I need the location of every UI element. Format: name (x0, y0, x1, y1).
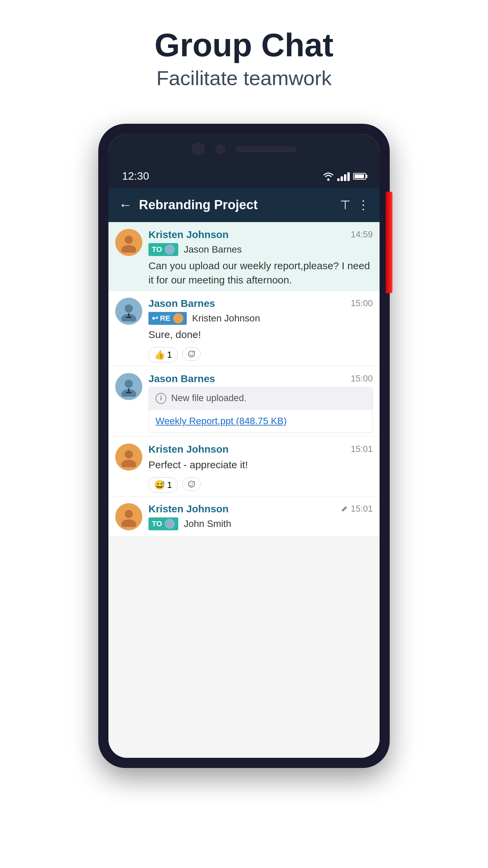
message-3-content: Jason Barnes 15:00 i New file uploaded. … (148, 373, 373, 433)
svg-point-1 (125, 236, 133, 244)
message-text-1: Can you upload our weekly report,please?… (148, 259, 373, 287)
page-subtitle: Facilitate teamwork (155, 66, 333, 90)
message-1-header: Kristen Johnson 14:59 (148, 229, 373, 240)
svg-point-20 (192, 483, 193, 484)
sender-name-5: Kristen Johnson (148, 503, 229, 515)
sender-name-1: Kristen Johnson (148, 229, 229, 240)
message-1-content: Kristen Johnson 14:59 TO Jason Barnes Ca… (148, 229, 373, 287)
to-line-1: TO Jason Barnes (148, 243, 373, 256)
to-badge-5: TO (148, 517, 178, 530)
message-2: Jason Barnes 15:00 ↩ RE Kristen Johnson … (108, 291, 380, 366)
signal-icon (337, 172, 350, 181)
reaction-emoji-1: 👍 (154, 350, 165, 360)
chat-area: Kristen Johnson 14:59 TO Jason Barnes Ca… (108, 222, 380, 758)
to-badge-1: TO (148, 243, 178, 256)
reactions-4: 😅 1 (148, 477, 373, 493)
message-time-1: 14:59 (351, 229, 373, 240)
reaction-sweat[interactable]: 😅 1 (148, 477, 178, 493)
svg-point-16 (125, 450, 133, 458)
chat-title: Rebranding Project (139, 198, 333, 212)
re-line-2: ↩ RE Kristen Johnson (148, 312, 373, 325)
add-reaction-2[interactable] (182, 347, 201, 361)
camera-circle (191, 142, 205, 156)
reaction-emoji-4: 😅 (154, 480, 165, 490)
sender-name-3: Jason Barnes (148, 373, 215, 384)
svg-point-12 (125, 380, 133, 388)
badge-avatar-1 (165, 244, 175, 255)
file-info-text: New file uploaded. (171, 393, 246, 403)
to-line-5: TO John Smith (148, 517, 373, 530)
page-header: Group Chat Facilitate teamwork (155, 0, 333, 103)
message-4-header: Kristen Johnson 15:01 (148, 443, 373, 455)
svg-point-0 (327, 178, 329, 180)
pin-button[interactable]: ⊤ (340, 198, 350, 212)
svg-point-8 (190, 353, 191, 353)
message-5: Kristen Johnson 15:01 TO John Smith (108, 496, 380, 537)
avatar-jason-1 (115, 298, 142, 325)
sender-name-4: Kristen Johnson (148, 443, 229, 455)
svg-point-17 (121, 460, 136, 467)
svg-point-3 (125, 304, 133, 313)
message-time-3: 15:00 (351, 373, 373, 384)
battery-icon (353, 173, 366, 180)
info-icon: i (156, 393, 166, 404)
wifi-icon (323, 172, 334, 181)
svg-point-23 (125, 510, 133, 518)
app-header: ← Rebranding Project ⊤ ⋮ (108, 188, 380, 222)
phone-frame: 12:30 (98, 124, 390, 768)
avatar-kristen-2 (115, 443, 142, 471)
message-time-2: 15:00 (351, 298, 373, 309)
status-bar: 12:30 (108, 164, 380, 188)
more-button[interactable]: ⋮ (357, 198, 369, 212)
re-recipient-2: Kristen Johnson (192, 313, 260, 324)
status-time: 12:30 (122, 170, 149, 182)
message-4-content: Kristen Johnson 15:01 Perfect - apprecia… (148, 443, 373, 493)
message-2-header: Jason Barnes 15:00 (148, 298, 373, 309)
message-3: Jason Barnes 15:00 i New file uploaded. … (108, 366, 380, 437)
message-5-header: Kristen Johnson 15:01 (148, 503, 373, 515)
file-box: i New file uploaded. Weekly Report.ppt (… (148, 387, 373, 433)
message-text-2: Sure, done! (148, 328, 373, 342)
file-info-bar: i New file uploaded. (149, 388, 372, 410)
badge-avatar-5 (165, 519, 175, 529)
sender-name-2: Jason Barnes (148, 298, 215, 309)
back-button[interactable]: ← (119, 197, 132, 213)
message-time-5: 15:01 (341, 504, 373, 514)
message-5-content: Kristen Johnson 15:01 TO John Smith (148, 503, 373, 533)
camera-dot (215, 144, 225, 154)
message-4: Kristen Johnson 15:01 Perfect - apprecia… (108, 437, 380, 496)
page-title: Group Chat (155, 27, 333, 63)
svg-point-2 (121, 245, 136, 253)
avatar-jason-2 (115, 373, 142, 400)
svg-point-19 (190, 483, 191, 484)
file-link[interactable]: Weekly Report.ppt (848.75 KB) (149, 410, 372, 433)
to-recipient-5: John Smith (184, 518, 231, 529)
status-icons (323, 172, 366, 181)
reaction-thumbsup[interactable]: 👍 1 (148, 347, 178, 362)
add-reaction-4[interactable] (182, 477, 201, 491)
message-2-content: Jason Barnes 15:00 ↩ RE Kristen Johnson … (148, 298, 373, 362)
svg-point-24 (121, 519, 136, 527)
avatar-kristen-1 (115, 229, 142, 256)
message-3-header: Jason Barnes 15:00 (148, 373, 373, 384)
svg-point-18 (188, 481, 195, 487)
phone-top-bar (108, 134, 380, 164)
message-1: Kristen Johnson 14:59 TO Jason Barnes Ca… (108, 222, 380, 291)
svg-point-7 (188, 351, 195, 357)
message-text-4: Perfect - appreciate it! (148, 458, 373, 472)
to-recipient-1: Jason Barnes (184, 244, 242, 255)
phone-screen: 12:30 (108, 134, 380, 758)
reaction-count-4: 1 (167, 480, 172, 490)
badge-avatar-2 (173, 313, 183, 323)
reactions-2: 👍 1 (148, 347, 373, 362)
message-time-4: 15:01 (351, 444, 373, 454)
avatar-kristen-3 (115, 503, 142, 530)
re-badge-2: ↩ RE (148, 312, 187, 325)
reaction-count-1: 1 (167, 350, 172, 360)
svg-point-9 (192, 353, 193, 353)
speaker-bar (236, 146, 297, 152)
